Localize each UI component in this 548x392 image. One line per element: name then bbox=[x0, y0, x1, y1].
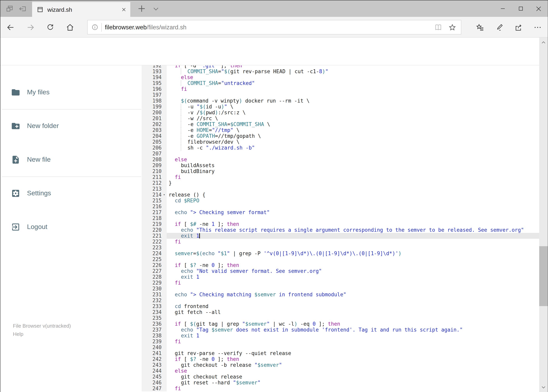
code-line[interactable]: 240 bbox=[142, 344, 540, 350]
hub-button[interactable] bbox=[472, 17, 488, 38]
code-line[interactable]: 193 COMMIT_SHA="$(git rev-parse HEAD | c… bbox=[142, 69, 540, 74]
maximize-button[interactable] bbox=[512, 0, 530, 17]
code-line[interactable]: 209 buildAssets bbox=[142, 162, 540, 168]
code-line[interactable]: 246 git reset --hard "$semver" bbox=[142, 380, 540, 385]
code-line[interactable]: 220 echo "This release script requires a… bbox=[142, 227, 540, 233]
tab-preview-button[interactable] bbox=[5, 5, 14, 13]
code-line[interactable]: 217 echo "> Checking semver format" bbox=[142, 210, 540, 215]
code-line[interactable]: 210 buildBinary bbox=[142, 168, 540, 174]
scroll-up-button[interactable] bbox=[539, 38, 548, 47]
share-button[interactable] bbox=[511, 17, 526, 38]
sidebar-item-logout[interactable]: Logout bbox=[0, 218, 141, 236]
refresh-button[interactable] bbox=[42, 17, 58, 38]
code-line[interactable]: 239 fi bbox=[142, 339, 540, 344]
code-line[interactable]: 197 bbox=[142, 92, 540, 98]
code-line[interactable]: 230 bbox=[142, 286, 540, 292]
code-line[interactable]: 205 filebrowser/dev \ bbox=[142, 139, 540, 145]
url-domain: filebrowser.web bbox=[105, 24, 147, 30]
fold-marker-icon[interactable]: ▾ bbox=[162, 192, 167, 198]
minimize-button[interactable] bbox=[494, 0, 512, 17]
fold-marker-empty bbox=[162, 321, 167, 327]
code-line[interactable]: 211 fi bbox=[142, 174, 540, 180]
more-button[interactable] bbox=[530, 17, 545, 38]
sidebar-item-my-files[interactable]: My files bbox=[0, 83, 141, 102]
sidebar-item-new-file[interactable]: New file bbox=[0, 150, 141, 169]
set-tabs-aside-button[interactable] bbox=[19, 5, 27, 13]
code-line[interactable]: 214▾release () { bbox=[142, 192, 540, 198]
code-line[interactable]: 225 bbox=[142, 256, 540, 262]
code-line[interactable]: 241 git rev-parse --verify --quiet relea… bbox=[142, 350, 540, 356]
code-line[interactable]: 231 echo "> Checking matching $semver in… bbox=[142, 292, 540, 297]
code-line[interactable]: 204 -e GOPATH=//tmp/gopath \ bbox=[142, 133, 540, 139]
home-button[interactable] bbox=[62, 17, 78, 38]
code-line[interactable]: 242 if [ $? -ne 0 ]; then bbox=[142, 356, 540, 362]
code-line[interactable]: 207 bbox=[142, 151, 540, 157]
fold-marker-empty bbox=[162, 186, 167, 192]
sidebar-item-settings[interactable]: Settings bbox=[0, 184, 141, 203]
code-line[interactable]: 218 bbox=[142, 215, 540, 221]
close-tab-button[interactable] bbox=[121, 7, 126, 12]
help-link[interactable]: Help bbox=[13, 330, 71, 338]
code-line[interactable]: 195 COMMIT_SHA="untracked" bbox=[142, 80, 540, 86]
annotate-button[interactable] bbox=[492, 17, 507, 38]
reading-view-button[interactable] bbox=[434, 23, 442, 31]
code-line[interactable]: 232 bbox=[142, 297, 540, 303]
favorite-button[interactable] bbox=[448, 23, 456, 31]
code-line[interactable]: 201 -w //src \ bbox=[142, 115, 540, 121]
code-line[interactable]: 200 -v /$(pwd):/src:z \ bbox=[142, 110, 540, 115]
new-tab-button[interactable] bbox=[137, 4, 146, 13]
url-text[interactable]: filebrowser.web/files/wizard.sh bbox=[105, 24, 434, 31]
code-line[interactable]: 226 if [ $? -ne 0 ]; then bbox=[142, 262, 540, 268]
code-line[interactable]: 216 bbox=[142, 203, 540, 210]
page-scrollbar[interactable] bbox=[539, 38, 548, 392]
code-line[interactable]: 196 fi bbox=[142, 86, 540, 92]
scroll-down-button[interactable] bbox=[539, 383, 548, 392]
code-line[interactable]: 228 exit 1 bbox=[142, 274, 540, 280]
app-header: Search... bbox=[0, 38, 548, 65]
code-line[interactable]: 238 exit 1 bbox=[142, 333, 540, 339]
sidebar-item-new-folder[interactable]: New folder bbox=[0, 117, 141, 135]
code-editor[interactable]: 192 if [ -d ".git" ]; then193 COMMIT_SHA… bbox=[142, 65, 540, 392]
scrollbar-thumb[interactable] bbox=[539, 246, 548, 306]
line-number: 232 bbox=[142, 297, 167, 303]
fold-marker-empty bbox=[162, 215, 167, 221]
sidebar-item-label: My files bbox=[27, 88, 49, 96]
code-line[interactable]: 199 -u "$(id -u)" \ bbox=[142, 104, 540, 110]
code-line[interactable]: 237 echo "Tag $semver does not exist in … bbox=[142, 327, 540, 333]
tab-preview-toggle-button[interactable] bbox=[152, 5, 160, 13]
forward-button[interactable] bbox=[23, 17, 38, 38]
code-line[interactable]: 194 else bbox=[142, 74, 540, 80]
code-line[interactable]: 203 -e HOME="//tmp" \ bbox=[142, 127, 540, 133]
close-window-button[interactable] bbox=[530, 0, 548, 17]
code-line[interactable]: 213 bbox=[142, 186, 540, 192]
code-line[interactable]: 233 cd frontend bbox=[142, 303, 540, 309]
code-line[interactable]: 227 echo "Not valid semver format. See s… bbox=[142, 268, 540, 274]
code-line[interactable]: 234 git fetch --all bbox=[142, 309, 540, 315]
code-line[interactable]: 229 fi bbox=[142, 280, 540, 286]
code-line[interactable]: 247 fi bbox=[142, 385, 540, 392]
site-info-icon[interactable] bbox=[91, 24, 98, 30]
code-line[interactable]: 223 bbox=[142, 245, 540, 251]
fold-marker-empty bbox=[162, 368, 167, 374]
code-line[interactable]: 202 -e COMMIT_SHA=$COMMIT_SHA \ bbox=[142, 121, 540, 127]
code-line[interactable]: 244 else bbox=[142, 368, 540, 374]
code-line[interactable]: 208 else bbox=[142, 157, 540, 162]
tab-wizard-sh[interactable]: wizard.sh bbox=[32, 2, 130, 17]
code-line[interactable]: 219 if [ $# -ne 1 ]; then bbox=[142, 221, 540, 227]
code-line[interactable]: 215 cd $REPO bbox=[142, 198, 540, 203]
code-line[interactable]: 236 if [ $(git tag | grep "$semver" | wc… bbox=[142, 321, 540, 327]
code-line[interactable]: 245 git checkout release bbox=[142, 374, 540, 380]
line-number: 193 bbox=[142, 69, 167, 74]
code-line[interactable]: 221 exit 1 bbox=[142, 233, 540, 239]
code-line[interactable]: 198 $(command -v winpty) docker run --rm… bbox=[142, 98, 540, 104]
code-line[interactable]: 224 semver=$(echo "$1" | grep -P '^v(0|[… bbox=[142, 251, 540, 256]
back-button[interactable] bbox=[3, 17, 18, 38]
url-bar[interactable]: filebrowser.web/files/wizard.sh bbox=[87, 20, 461, 35]
code-line[interactable]: 235 bbox=[142, 315, 540, 321]
code-line[interactable]: 243 git checkout -b release "$semver" bbox=[142, 362, 540, 368]
code-line[interactable]: 192 if [ -d ".git" ]; then bbox=[142, 65, 540, 69]
url-path: /files/wizard.sh bbox=[147, 24, 187, 30]
code-line[interactable]: 206 sh -c "./wizard.sh -b" bbox=[142, 145, 540, 151]
code-line[interactable]: 222 fi bbox=[142, 239, 540, 245]
code-line[interactable]: 212} bbox=[142, 180, 540, 186]
